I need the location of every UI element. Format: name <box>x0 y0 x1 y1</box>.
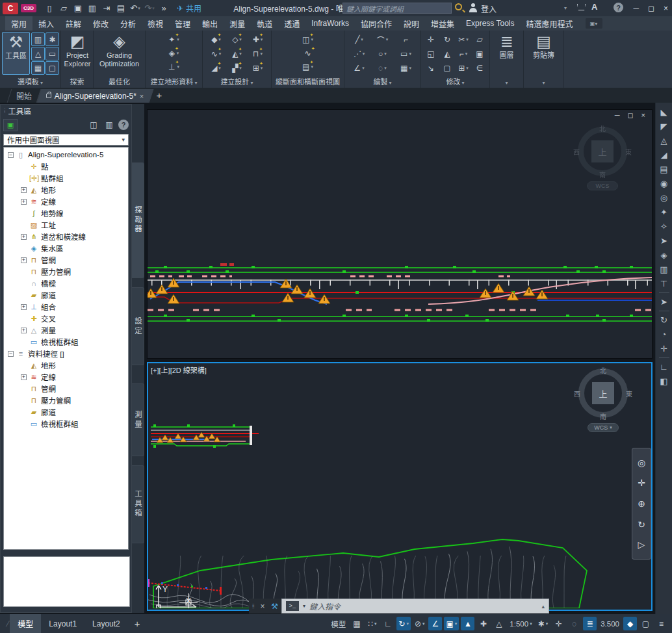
divider[interactable] <box>657 291 671 294</box>
tree-item[interactable]: ⋔ 道岔和橫渡線 <box>4 231 128 242</box>
file-tab-start[interactable]: 開始 <box>7 89 42 103</box>
ribbon-tab[interactable]: 修改 <box>87 16 114 31</box>
tree-expand-toggle[interactable] <box>21 257 27 263</box>
array-icon[interactable]: ⊞ <box>456 61 472 75</box>
vp-minimize-icon[interactable]: ─ <box>615 111 620 120</box>
viewcube-bottom[interactable]: 上 北 南 西 東 <box>576 366 630 420</box>
ribbon-tab[interactable]: 檢視 <box>142 16 169 31</box>
tree-item[interactable]: ≋ 定線 <box>4 371 128 383</box>
profile-grade-icon[interactable]: ⊤ <box>657 277 671 291</box>
command-input[interactable]: >_ ▾ 鍵入指令 ▴ <box>281 599 549 614</box>
panel-title-clipboard[interactable] <box>524 77 563 87</box>
model-sync-icon[interactable]: ◔ <box>657 328 671 341</box>
grid-display-icon[interactable]: ▦ <box>350 617 363 630</box>
sketch-edit-icon[interactable]: ◧ <box>657 374 671 388</box>
viewport-scale[interactable]: 1:500 <box>508 617 534 630</box>
profile-tools-icon[interactable]: ◤ <box>657 120 671 133</box>
tree-item[interactable]: ≋ 定線 <box>4 196 128 207</box>
fillet-icon[interactable]: ⌐ <box>456 47 472 61</box>
arc-icon[interactable]: ⌒ <box>371 32 394 47</box>
ribbon-tab[interactable]: 軌道 <box>251 16 278 31</box>
create-points-icon[interactable]: ✦ <box>168 33 179 46</box>
feature-line-icon[interactable]: ∿ <box>206 47 227 61</box>
clean-screen-icon[interactable]: ▢ <box>639 617 653 630</box>
signin-dropdown-icon[interactable]: ▾ <box>564 5 567 11</box>
sheet-palette-icon[interactable]: ▦ <box>31 61 45 75</box>
assembly-create-icon[interactable]: ⊓ <box>248 47 268 61</box>
ribbon-tab[interactable]: 管理 <box>169 16 196 31</box>
side-tab-survey[interactable]: 測量 <box>132 383 144 456</box>
survey-tools-icon[interactable]: ⊥ <box>168 60 179 73</box>
ribbon-tab[interactable]: 註解 <box>60 16 87 31</box>
ribbon-tab[interactable]: InfraWorks <box>305 16 355 31</box>
help-icon[interactable]: ? <box>614 3 623 12</box>
model-space-button[interactable]: 模型 <box>329 617 348 630</box>
tree-item[interactable]: ▰ 廊道 <box>4 406 128 418</box>
tree-item[interactable]: ⊓ 管網 <box>4 254 128 266</box>
panel-title-draw[interactable]: 繪製 <box>344 77 420 87</box>
layout-tab[interactable]: Layout2 <box>84 614 128 633</box>
tree-item[interactable]: ▨ 工址 <box>4 219 128 231</box>
tree-item[interactable]: [✛] 點群組 <box>4 172 128 184</box>
divider[interactable] <box>657 309 671 313</box>
zoom-select-icon[interactable]: ◈ <box>657 248 671 262</box>
navigation-wheel-icon[interactable]: ◎ <box>638 458 645 468</box>
divider[interactable] <box>657 356 671 359</box>
minimize-button[interactable]: ─ <box>634 4 640 13</box>
wcs-dropdown-bottom[interactable]: WCS▾ <box>588 423 619 432</box>
surface-layers-icon[interactable]: ≣ <box>583 617 597 630</box>
clipboard-button[interactable]: ▤ 剪貼簿 <box>528 32 560 75</box>
vp-close-icon[interactable]: × <box>641 111 645 120</box>
point-style-icon[interactable]: ✛ <box>657 342 671 355</box>
toolspace-help-icon[interactable]: ? <box>118 120 129 130</box>
tree-expand-toggle[interactable] <box>21 328 27 333</box>
object-snap-tracking-icon[interactable]: ∠ <box>428 617 442 630</box>
settings-gear-icon[interactable]: ✱ <box>536 617 550 630</box>
polyline-icon[interactable]: ⌐ <box>394 32 418 47</box>
viewport-label[interactable]: [+][上][2D 線架構] <box>151 365 207 375</box>
file-tab-close-icon[interactable]: × <box>140 92 144 100</box>
toolspace-toggle-button[interactable]: ⚒ 工具區 <box>2 32 30 75</box>
search-input[interactable]: 鍵入關鍵字或詞組 <box>342 3 452 14</box>
tree-item[interactable]: ≡ 資料捷徑 [] <box>4 348 128 359</box>
scale-icon[interactable]: ▢ <box>439 61 456 75</box>
corridor-create-icon[interactable]: ▞ <box>227 61 248 75</box>
pan-icon[interactable]: ✛ <box>638 478 645 488</box>
graphics-performance-icon[interactable]: ◆ <box>623 617 637 630</box>
open-file-icon[interactable]: ▱ <box>57 2 70 15</box>
search-icon[interactable] <box>455 3 462 10</box>
object-snap-icon[interactable]: ▣ <box>444 617 459 630</box>
ribbon-tab[interactable]: 常用 <box>5 16 32 31</box>
layout-tab[interactable]: Layout1 <box>41 614 84 633</box>
zoom-object-icon[interactable]: ✦ <box>657 205 671 219</box>
wcs-dropdown[interactable]: WCS <box>587 181 618 190</box>
command-prompt-icon[interactable]: >_ <box>286 601 299 611</box>
ribbon-tab[interactable]: Express Tools <box>460 16 520 31</box>
print-icon[interactable]: ▤ <box>114 2 127 15</box>
viewcube-top-face[interactable]: 上 <box>592 382 614 404</box>
tree-expand-toggle[interactable] <box>21 199 27 205</box>
polar-tracking-icon[interactable]: ↻ <box>396 617 411 630</box>
tree-item[interactable]: ◭ 地形 <box>4 359 128 371</box>
create-surface-icon[interactable]: ◈ <box>169 47 179 60</box>
side-tab-toolbox[interactable]: 工具箱 <box>132 465 144 543</box>
ribbon-tab[interactable]: 分析 <box>114 16 142 31</box>
drag-grip-icon[interactable]: ⁞⁞ <box>252 603 254 610</box>
profile-view-icon[interactable]: ◫ <box>302 33 313 46</box>
recent-commands-icon[interactable]: ▾ <box>303 603 305 609</box>
stretch-icon[interactable]: ↘ <box>423 61 439 75</box>
hatch-icon[interactable]: ▦ <box>394 61 418 75</box>
wrench-icon[interactable]: ⚒ <box>271 602 278 611</box>
settings-palette-icon[interactable]: ✱ <box>45 32 59 46</box>
toolbox-palette-icon[interactable]: ▭ <box>45 47 59 60</box>
palette-grip-icon[interactable]: ⁞ <box>4 108 5 114</box>
show-motion-icon[interactable]: ▷ <box>638 539 645 550</box>
tree-expand-toggle[interactable] <box>8 351 14 357</box>
move-icon[interactable]: ✛ <box>423 32 439 47</box>
command-line-handle[interactable]: ⁞⁞ × ⚒ <box>249 599 281 614</box>
expand-history-icon[interactable]: ▴ <box>541 603 545 610</box>
edit-polyline-icon[interactable]: ∠ <box>348 61 371 75</box>
tree-item[interactable]: △ 測量 <box>4 324 128 336</box>
orbit-icon[interactable]: ↻ <box>638 519 645 530</box>
viewport-bottom-active[interactable]: [+][上][2D 線架構] 上 北 南 西 東 WCS▾ <box>147 362 653 611</box>
